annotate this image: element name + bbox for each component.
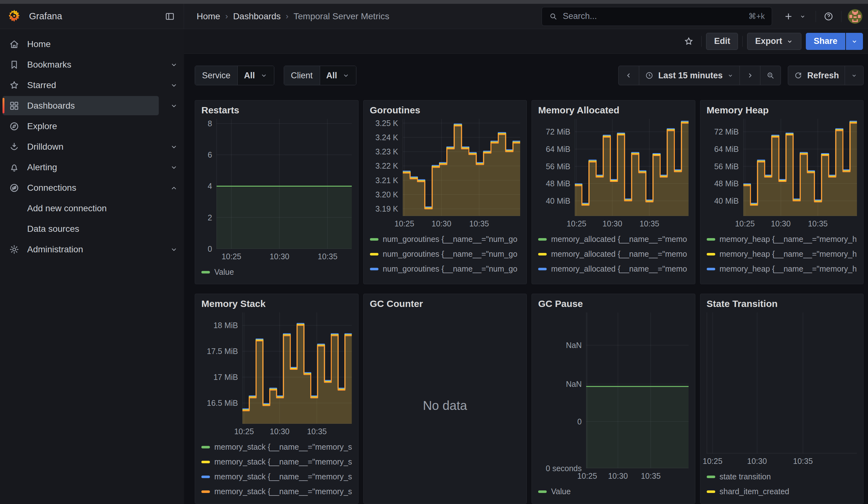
panel-title[interactable]: Restarts [202,105,352,119]
chart-canvas[interactable] [242,312,352,424]
legend-item[interactable]: Value [538,484,689,499]
time-shift-forward-button[interactable] [740,66,761,85]
bookmark-icon [9,59,20,70]
legend-label: memory_heap {__name__="memory_h [720,279,857,279]
refresh-button[interactable]: Refresh [788,66,845,85]
legend-label: memory_allocated {__name__="memo [551,235,687,244]
chart-canvas[interactable] [217,119,352,249]
variable-value[interactable]: All [238,66,274,85]
legend-item[interactable]: num_goroutines {__name__="num_go [370,276,520,279]
chart-canvas[interactable] [403,119,520,216]
legend-item[interactable]: memory_stack {__name__="memory_s [202,440,352,454]
zoom-out-icon [766,71,775,80]
no-data-message: No data [370,312,520,499]
x-tick-label: 10:30 [771,219,790,228]
panel-body: 18 MiB17.5 MiB17 MiB16.5 MiB10:2510:3010… [202,312,352,499]
variable-service-dropdown[interactable]: ServiceAll [195,66,274,85]
panel-title[interactable]: Goroutines [370,105,520,119]
x-tick-label: 10:30 [747,457,767,466]
sidebar-expand-chevron-down-icon[interactable] [166,157,182,177]
variable-value[interactable]: All [320,66,356,85]
plug-icon [9,183,20,193]
legend-item[interactable]: memory_allocated {__name__="memo [538,261,689,276]
sidebar-expand-chevron-down-icon[interactable] [166,137,182,156]
sidebar-item-alerting[interactable]: Alerting [2,157,159,177]
legend-item[interactable]: memory_heap {__name__="memory_h [707,276,857,279]
sidebar-item-label: Administration [27,245,83,255]
legend-item[interactable]: num_goroutines {__name__="num_go [370,261,520,276]
legend-item[interactable]: memory_stack {__name__="memory_s [202,454,352,469]
sidebar-item-connections[interactable]: Connections [2,178,159,197]
search-input[interactable] [563,11,748,21]
legend-item[interactable]: shard_item_created [707,484,857,499]
sidebar-item-data-sources[interactable]: Data sources [2,219,159,238]
panel-legend: state transitionshard_item_created [707,467,857,499]
x-axis-labels: 10:2510:3010:35 [538,468,689,482]
breadcrumb-home[interactable]: Home [197,11,220,21]
sidebar-expand-chevron-down-icon[interactable] [166,240,182,259]
legend-item[interactable]: memory_stack {__name__="memory_s [202,484,352,499]
chevron-down-icon [851,72,858,79]
x-tick-label: 10:30 [602,219,622,228]
chart-canvas[interactable] [707,312,857,453]
sidebar-item-drilldown[interactable]: Drilldown [2,137,159,156]
panel-title[interactable]: GC Pause [538,298,689,312]
zoom-out-button[interactable] [760,66,781,85]
chart-canvas[interactable] [575,119,689,216]
search-box[interactable]: ⌘+k [541,7,772,26]
sidebar-expand-chevron-down-icon[interactable] [166,75,182,95]
sidebar-item-starred[interactable]: Starred [2,75,159,95]
sidebar-item-home[interactable]: Home [2,34,159,54]
legend-item[interactable]: memory_allocated {__name__="memo [538,232,689,247]
share-button[interactable]: Share [806,33,845,50]
sidebar-item-add-new-connection[interactable]: Add new connection [2,199,159,218]
sidebar-expand-chevron-down-icon[interactable] [166,55,182,74]
y-tick-label: 40 MiB [714,196,739,206]
sidebar-expand-chevron-down-icon[interactable] [166,96,182,115]
x-axis-labels: 10:2510:3010:35 [370,216,520,230]
panel-title[interactable]: State Transition [707,298,857,312]
legend-item[interactable]: memory_heap {__name__="memory_h [707,247,857,261]
sidebar-item-dashboards[interactable]: Dashboards [2,96,159,115]
time-shift-back-button[interactable] [618,66,639,85]
sidebar-item-administration[interactable]: Administration [2,240,159,259]
sidebar-expand-chevron-up-icon[interactable] [166,178,182,197]
variable-client-dropdown[interactable]: ClientAll [284,66,356,85]
x-tick-label: 10:35 [318,252,338,261]
legend-item[interactable]: num_goroutines {__name__="num_go [370,247,520,261]
sidebar-item-explore[interactable]: Explore [2,116,159,136]
chart-canvas[interactable] [586,312,689,468]
template-variable-filters: ServiceAllClientAll [195,66,356,85]
time-range-picker[interactable]: Last 15 minutes [639,66,740,85]
panel-memory-stack: Memory Stack 18 MiB17.5 MiB17 MiB16.5 Mi… [195,294,359,504]
legend-item[interactable]: Value [202,265,352,279]
sidebar-item-bookmarks[interactable]: Bookmarks [2,55,159,74]
breadcrumb-dashboards[interactable]: Dashboards [233,11,281,21]
panel-title[interactable]: Memory Allocated [538,105,689,119]
edit-button[interactable]: Edit [706,33,738,50]
legend-item[interactable]: memory_heap {__name__="memory_h [707,261,857,276]
legend-item[interactable]: memory_stack {__name__="memory_s [202,469,352,484]
user-avatar[interactable] [848,9,862,24]
chart-canvas[interactable] [743,119,857,216]
x-tick-label: 10:35 [641,472,661,481]
legend-item[interactable]: num_goroutines {__name__="num_go [370,232,520,247]
legend-item[interactable]: memory_heap {__name__="memory_h [707,232,857,247]
dock-menu-toggle-icon[interactable] [162,8,178,25]
refresh-interval-caret[interactable] [845,66,864,85]
legend-item[interactable]: state transition [707,469,857,484]
help-button[interactable] [820,8,837,25]
breadcrumb-current: Temporal Server Metrics [293,11,389,21]
legend-item[interactable]: memory_allocated {__name__="memo [538,247,689,261]
panel-title[interactable]: GC Counter [370,298,520,312]
panel-title[interactable]: Memory Heap [707,105,857,119]
add-new-caret-button[interactable] [797,8,808,25]
legend-swatch [707,491,715,493]
export-button[interactable]: Export [747,33,802,50]
chevron-down-icon [260,72,268,79]
share-caret-button[interactable] [846,33,863,50]
panel-title[interactable]: Memory Stack [202,298,352,312]
favorite-star-button[interactable] [681,33,697,50]
legend-item[interactable]: memory_allocated {__name__="memo [538,276,689,279]
add-new-button[interactable] [780,8,797,25]
